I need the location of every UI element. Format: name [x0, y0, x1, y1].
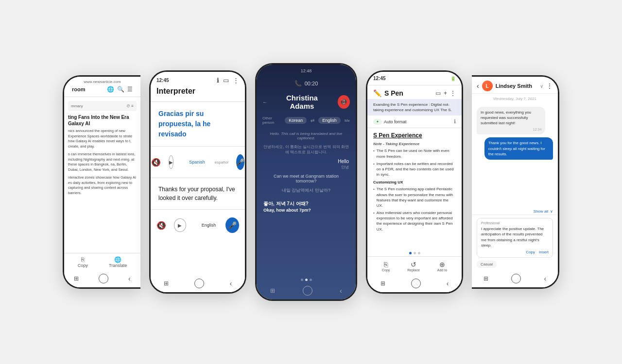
- translate-btn[interactable]: 🌐 Translate: [109, 256, 127, 268]
- spen-icon1[interactable]: ▭: [435, 90, 441, 97]
- pen-icon: ✏️: [373, 89, 381, 97]
- caller-name: Christina Adams: [270, 92, 334, 112]
- interpreter-spanish-text: Gracias pir su propuesta, la he revisado: [151, 104, 245, 144]
- back-btn[interactable]: ‹: [477, 82, 479, 90]
- spen-bullet3: • The S Pen customizing app called Penta…: [373, 186, 456, 208]
- volume-icon[interactable]: 🔇: [151, 158, 161, 167]
- play-btn-1[interactable]: ▶: [169, 155, 173, 169]
- browser-top-bar: www.newsarticle.com room 🌐 🔍 ☰: [64, 77, 140, 97]
- autoformat-badge: ✦: [373, 119, 382, 125]
- call-timer: 00:20: [305, 81, 318, 86]
- replace-icon: ↺: [407, 261, 420, 268]
- nav-back-icon2[interactable]: ‹: [230, 280, 232, 287]
- lang-row: Other person Korean ⇄ English Me: [257, 114, 356, 127]
- nav-home-btn2[interactable]: [194, 279, 204, 288]
- back-arrow-icon[interactable]: ←: [262, 99, 267, 105]
- interpreter-english-text: Thanks for your proposal, I've looked it…: [151, 180, 245, 207]
- nav-lines-icon2: ⊞: [164, 280, 169, 287]
- chat-msg2: Thank you for the good news. I couldn't …: [484, 137, 553, 160]
- copy-btn-spen[interactable]: ⎘ Copy: [382, 261, 390, 272]
- lang-english[interactable]: English: [318, 117, 341, 124]
- browser-title: room: [72, 86, 86, 92]
- add-to-btn[interactable]: ⊕ Add to: [437, 261, 447, 272]
- bullet-dot2: •: [373, 161, 375, 178]
- lang-korean[interactable]: Korean: [285, 117, 307, 124]
- divider2: [151, 146, 245, 147]
- phone-1: www.newsarticle.com room 🌐 🔍 ☰ mmary: [63, 75, 140, 289]
- nav-back-icon[interactable]: ‹: [128, 275, 131, 282]
- spen-bullet1: • The S Pen can be used on Note with eve…: [373, 148, 456, 159]
- end-call-btn[interactable]: 📵: [338, 95, 350, 109]
- phone5-nav: ⊞ ‹: [472, 271, 558, 287]
- lindsey-name: Lindsey Smith: [496, 83, 537, 89]
- nav-home-btn4[interactable]: [411, 279, 421, 288]
- spen-title-row: ✏️ S Pen ▭ + ⋮: [367, 85, 462, 99]
- spen-section-title: S Pen Experience: [373, 132, 456, 139]
- nav-back-icon3[interactable]: ‹: [340, 287, 342, 295]
- search-icon[interactable]: 🔍: [117, 86, 124, 93]
- nav-home-btn5[interactable]: [511, 274, 521, 283]
- menu-icon[interactable]: ☰: [127, 86, 133, 93]
- bullet-dot3: •: [373, 186, 375, 208]
- article-body1: nics announced the opening of new Experi…: [68, 129, 137, 149]
- square-icon[interactable]: ▭: [223, 77, 229, 84]
- nav-back-icon5[interactable]: ‹: [544, 275, 547, 282]
- spen-screen: 12:45 🔋 ✏️ S Pen ▭ + ⋮ Exanding the S P: [367, 72, 462, 292]
- autoformat-label: Auto format: [384, 119, 407, 124]
- phone3-nav: ⊞ ‹: [257, 283, 356, 299]
- insert-ai-btn[interactable]: Insert: [539, 250, 549, 254]
- lindsey-header: ‹ L Lindsey Smith ∨ ⋮: [472, 77, 558, 94]
- phone-2: 12:45 ℹ ▭ ⋮ Interpreter Gracias pir su p…: [149, 70, 246, 294]
- spen-bullet4: • Also millennial users who consider per…: [373, 210, 456, 232]
- spen-content: S Pen Experience Note - Taking Experienc…: [367, 128, 462, 250]
- audio-row-1: 🔇 ▶ Spanish español 🎤: [151, 149, 245, 176]
- globe-icon[interactable]: 🌐: [107, 86, 114, 93]
- lindsey-date: Wednesday, July 7, 2021: [472, 94, 558, 104]
- nav-lines-icon4: ⊞: [380, 280, 385, 287]
- volume-icon-2[interactable]: 🔇: [156, 221, 166, 230]
- info-icon2[interactable]: ℹ: [454, 118, 456, 125]
- divider3: [151, 178, 245, 178]
- phone-5-wrapper: ‹ L Lindsey Smith ∨ ⋮ Wednesday, July 7,…: [472, 75, 550, 289]
- copy-ai-btn[interactable]: Copy: [526, 250, 535, 254]
- dot3: [310, 279, 312, 281]
- more-icon[interactable]: ⋮: [546, 82, 553, 90]
- chat-msg1: In good news, everything you requested w…: [477, 107, 545, 134]
- ai-suggestions: Professional I appreciate the positive u…: [472, 215, 558, 271]
- mic-btn-2[interactable]: 🎤: [225, 217, 239, 233]
- phone-1-wrapper: www.newsarticle.com room 🌐 🔍 ☰ mmary: [72, 75, 140, 289]
- nav-home-btn3[interactable]: [303, 286, 312, 296]
- phone-3-wrapper: 12:48 📞 00:20 ← Christina Adams 📵 Other …: [255, 63, 357, 301]
- divider1: [151, 101, 245, 102]
- spen-title-icons[interactable]: ▭ + ⋮: [435, 90, 456, 97]
- play-btn-2[interactable]: ▶: [174, 218, 186, 232]
- replace-btn[interactable]: ↺ Replace: [407, 261, 420, 272]
- spen-icon2[interactable]: +: [444, 90, 447, 97]
- info-icon[interactable]: ℹ: [217, 77, 219, 84]
- english-label: English: [202, 223, 216, 228]
- mic-btn-1[interactable]: 🎤: [236, 154, 244, 170]
- phone2-time: 12:45: [156, 78, 169, 83]
- article-section: mmary ⏱ ≡: [68, 101, 137, 111]
- caller-name-row: ← Christina Adams 📵: [257, 90, 356, 114]
- ai-text1: I appreciate the positive update. The an…: [481, 226, 549, 248]
- hello-kr: 안녕: [341, 165, 349, 169]
- page-dot1: [414, 252, 416, 254]
- article-body2: s can immerse themselves in lastest ions…: [68, 152, 137, 172]
- call-status-row: 📞 00:20: [257, 77, 356, 90]
- spen-icon3[interactable]: ⋮: [450, 90, 456, 97]
- copy-btn[interactable]: ⎘ Copy: [78, 256, 88, 268]
- phone-4: 12:45 🔋 ✏️ S Pen ▭ + ⋮ Exanding the S P: [366, 70, 463, 294]
- divider4: [151, 209, 245, 210]
- browser-icons[interactable]: 🌐 🔍 ☰: [107, 86, 133, 93]
- casual-badge[interactable]: Casual: [477, 261, 497, 268]
- nav-home-btn[interactable]: [99, 274, 108, 283]
- nav-lines-icon5: ⊞: [484, 275, 488, 282]
- nav-back-icon4[interactable]: ‹: [447, 280, 449, 287]
- other-person-label: Other person: [262, 116, 281, 125]
- call-dots: [257, 277, 356, 283]
- show-all-label[interactable]: Show all: [534, 209, 548, 214]
- nav-lines-icon3: ⊞: [270, 287, 275, 294]
- more-icon[interactable]: ⋮: [233, 77, 239, 84]
- dot2: [305, 279, 308, 281]
